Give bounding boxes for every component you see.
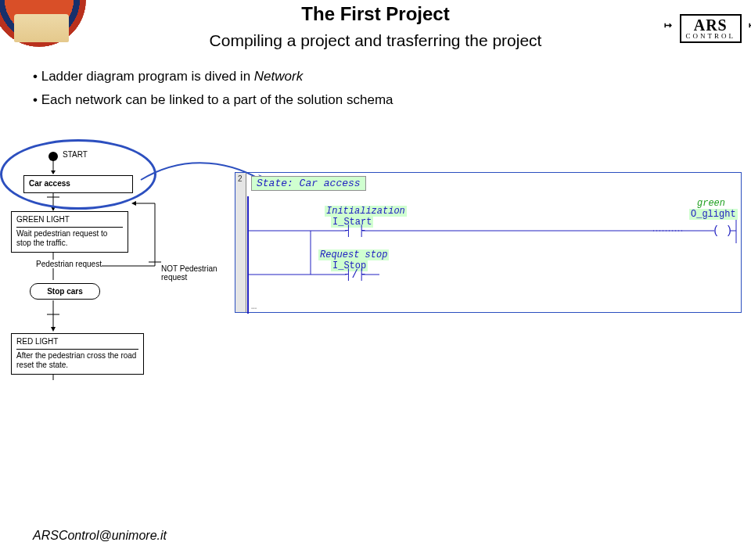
footer-email: ARSControl@unimore.it bbox=[33, 529, 167, 543]
slide-title: The First Project bbox=[0, 3, 751, 25]
start-label: START bbox=[63, 150, 88, 159]
start-dot-icon bbox=[49, 152, 58, 161]
network-number: 2 bbox=[238, 174, 243, 183]
transition-ped-request: Pedestrian request bbox=[36, 260, 102, 268]
state-red-light: RED LIGHT After the pedestrian cross the… bbox=[11, 333, 144, 375]
init-label: Initialization bbox=[325, 206, 407, 217]
ellipsis: … bbox=[251, 301, 257, 312]
contact-nc-i-stop: ┤/├ bbox=[345, 268, 365, 281]
title-block: The First Project Compiling a project an… bbox=[0, 3, 751, 50]
bullet-2: Each network can be linked to a part of … bbox=[33, 92, 393, 108]
coil-o-glight: ( ) bbox=[713, 224, 732, 237]
transition-not-ped-request: NOT Pedestrian request bbox=[161, 264, 225, 282]
network-gutter: 2 bbox=[235, 173, 246, 312]
network-title: State: Car access bbox=[251, 176, 366, 191]
sf-chart: START Car access GREEN LIGHT Wait pedest… bbox=[6, 149, 225, 430]
action-stop-cars: Stop cars bbox=[30, 283, 100, 300]
req-stop-label: Request stop bbox=[318, 249, 389, 260]
bullet-1: Ladder diagram program is dived in Netwo… bbox=[33, 69, 393, 84]
output-label: O_glight bbox=[689, 209, 738, 220]
green-comment: green bbox=[697, 198, 725, 209]
state-car-access: Car access bbox=[23, 175, 133, 193]
slide-subtitle: Compiling a project and trasferring the … bbox=[0, 31, 751, 50]
bullet-list: Ladder diagram program is dived in Netwo… bbox=[33, 69, 393, 116]
state-green-light: GREEN LIGHT Wait pedestrian request to s… bbox=[11, 211, 128, 253]
ladder-network-panel: 2 State: Car access Initialization I_Sta… bbox=[235, 172, 742, 313]
contact-i-start: ┤ ├ bbox=[345, 224, 365, 237]
